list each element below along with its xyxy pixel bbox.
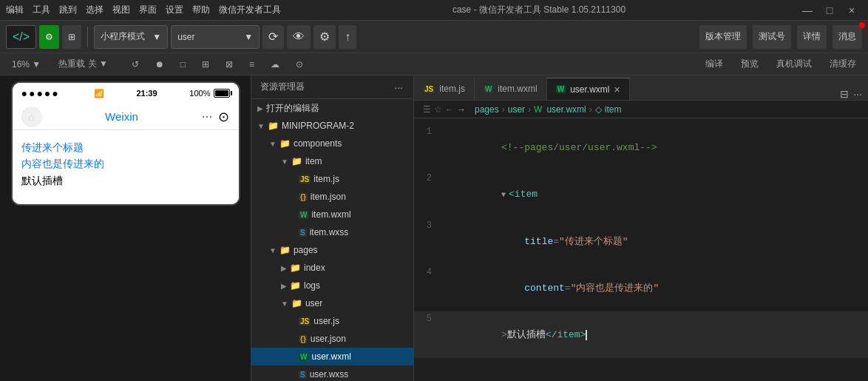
breadcrumb-user[interactable]: user (508, 104, 525, 115)
explorer-icons[interactable]: ··· (393, 81, 404, 93)
debug-mode-button[interactable]: ⚙ (313, 25, 336, 49)
breadcrumb-sep3: › (589, 104, 592, 115)
clear-cache-button[interactable]: 清缓存 (824, 55, 862, 73)
fold-arrow-2[interactable]: ▼ (501, 191, 506, 199)
tree-section-open[interactable]: ▶ 打开的编辑器 (251, 99, 413, 117)
menu-devtools[interactable]: 微信开发者工具 (219, 4, 281, 16)
test-id-button[interactable]: 测试号 (753, 25, 791, 49)
tree-item-folder[interactable]: ▼ 📁 item (251, 152, 413, 170)
userjs-icon: JS (299, 317, 311, 326)
message-button[interactable]: 消息 (833, 25, 862, 49)
phone-home-btn[interactable]: ⌂ (21, 107, 42, 127)
tab-close-btn[interactable]: × (614, 84, 620, 95)
preview-button[interactable]: 预览 (735, 55, 764, 73)
rotate-btn[interactable]: ⊞ (196, 55, 215, 73)
menu-settings[interactable]: 设置 (166, 4, 183, 16)
phone-title-text: 传进来个标题 (21, 139, 230, 155)
menu-edit[interactable]: 编辑 (6, 4, 24, 16)
tree-user-js[interactable]: JS user.js (251, 312, 413, 330)
menu-bar[interactable]: 编辑 工具 跳到 选择 视图 界面 设置 帮助 微信开发者工具 (6, 4, 281, 16)
page-selector[interactable]: user ▼ (171, 25, 260, 49)
tree-index[interactable]: ▶ 📁 index (251, 259, 413, 277)
sub-toolbar-right: 编译 预览 真机调试 清缓存 (699, 55, 862, 73)
maximize-button[interactable]: □ (819, 3, 840, 18)
phone-menu-btn[interactable]: ··· (201, 109, 212, 125)
explorer-tree[interactable]: ▶ 打开的编辑器 ▼ 📁 MINIPROGRAM-2 ▼ 📁 component… (251, 99, 413, 381)
tree-user-json[interactable]: {} user.json (251, 330, 413, 348)
detail-button[interactable]: 详情 (797, 25, 827, 49)
code-line-1: 1 <!--pages/user/user.wxml--> (414, 124, 868, 171)
tree-item-js[interactable]: JS item.js (251, 170, 413, 188)
tree-item-wxml[interactable]: W item.wxml (251, 206, 413, 223)
phone-status-bar: ●●●●● 📶 21:39 100% (13, 83, 239, 104)
preview-eye-button[interactable]: 👁 (287, 25, 311, 49)
tab-user-wxml[interactable]: W user.wxml × (547, 78, 630, 100)
minimize-button[interactable]: — (797, 3, 818, 18)
window-controls[interactable]: — □ × (797, 3, 862, 18)
userwxml-icon: W (299, 353, 308, 361)
breadcrumb-nav: ☰ ☆ ← → (423, 104, 466, 115)
expand-btn[interactable]: ≡ (243, 55, 260, 73)
window-title: case - 微信开发者工具 Stable 1.05.2111300 (452, 4, 625, 16)
tree-user-wxml[interactable]: W user.wxml (251, 348, 413, 365)
reset-btn[interactable]: ↺ (126, 55, 145, 73)
more-actions-btn[interactable]: ··· (853, 88, 862, 100)
menu-interface[interactable]: 界面 (139, 4, 157, 16)
open-editors-label: 打开的编辑器 (266, 102, 319, 115)
breadcrumb-file[interactable]: user.wxml (546, 104, 586, 115)
screenshot-btn[interactable]: ⊠ (220, 55, 239, 73)
line-content-4: content="内容也是传进来的" (444, 265, 868, 311)
tree-components[interactable]: ▼ 📁 components (251, 135, 413, 152)
tab-item-js[interactable]: JS item.js (414, 78, 475, 100)
explorer-more-btn[interactable]: ··· (393, 81, 404, 93)
tree-item-json[interactable]: {} item.json (251, 188, 413, 206)
explorer-header: 资源管理器 ··· (251, 75, 413, 99)
cursor (586, 330, 587, 340)
tree-item-wxss[interactable]: S item.wxss (251, 223, 413, 241)
zoom-selector[interactable]: 16% ▼ (6, 55, 47, 73)
collapse-arrow-user: ▼ (281, 300, 288, 308)
real-device-button[interactable]: 真机调试 (770, 55, 818, 73)
debugger-button[interactable]: ⚙ (39, 25, 59, 49)
hot-reload-btn[interactable]: 热重载 关 ▼ (52, 55, 114, 73)
menu-help[interactable]: 帮助 (192, 4, 210, 16)
menu-goto[interactable]: 跳到 (59, 4, 77, 16)
tree-logs[interactable]: ▶ 📁 logs (251, 277, 413, 294)
visual-button[interactable]: ⊞ (62, 25, 81, 49)
tab-item-wxml[interactable]: W item.wxml (475, 78, 547, 100)
line-content-2: ▼<item (444, 171, 868, 218)
tree-user[interactable]: ▼ 📁 user (251, 294, 413, 312)
collapse-arrow-mini: ▼ (257, 122, 265, 130)
code-value-title: "传进来个标题" (559, 236, 628, 247)
mode-selector[interactable]: 小程序模式 ▼ (94, 25, 168, 49)
breadcrumb-forward-btn[interactable]: → (457, 104, 466, 115)
compile-button[interactable]: 编译 (699, 55, 729, 73)
breadcrumb-menu-btn[interactable]: ☰ (423, 104, 431, 115)
simulator-controls[interactable]: ↺ ⏺ □ ⊞ ⊠ ≡ ☁ ⊙ (126, 55, 309, 73)
breadcrumb-bookmark-btn[interactable]: ☆ (434, 104, 442, 115)
phone-circle-btn[interactable]: ⊙ (218, 109, 229, 125)
menu-select[interactable]: 选择 (86, 4, 104, 16)
explorer-title: 资源管理器 (260, 81, 305, 93)
split-editor-btn[interactable]: ⊟ (840, 88, 849, 100)
line-num-1: 1 (414, 124, 444, 140)
components-label: components (294, 138, 342, 149)
breadcrumb-pages[interactable]: pages (475, 104, 499, 115)
breadcrumb-back-btn[interactable]: ← (445, 104, 454, 115)
close-button[interactable]: × (841, 3, 862, 18)
upload-button[interactable]: ↑ (339, 25, 356, 49)
version-mgmt-button[interactable]: 版本管理 (699, 25, 747, 49)
menu-tools[interactable]: 工具 (33, 4, 50, 16)
tree-section-miniprogram[interactable]: ▼ 📁 MINIPROGRAM-2 (251, 117, 413, 135)
breadcrumb-symbol[interactable]: item (605, 104, 622, 115)
tree-pages[interactable]: ▼ 📁 pages (251, 241, 413, 259)
cloud-btn[interactable]: ☁ (265, 55, 285, 73)
code-editor[interactable]: 1 <!--pages/user/user.wxml--> 2 ▼<item 3… (414, 118, 868, 381)
record-btn[interactable]: ⏺ (149, 55, 170, 73)
target-btn[interactable]: ⊙ (290, 55, 309, 73)
editor-button[interactable]: </> (6, 25, 36, 49)
tree-user-wxss[interactable]: S user.wxss (251, 365, 413, 381)
menu-view[interactable]: 视图 (112, 4, 130, 16)
refresh-button[interactable]: ⟳ (262, 25, 284, 49)
phone-btn[interactable]: □ (174, 55, 191, 73)
